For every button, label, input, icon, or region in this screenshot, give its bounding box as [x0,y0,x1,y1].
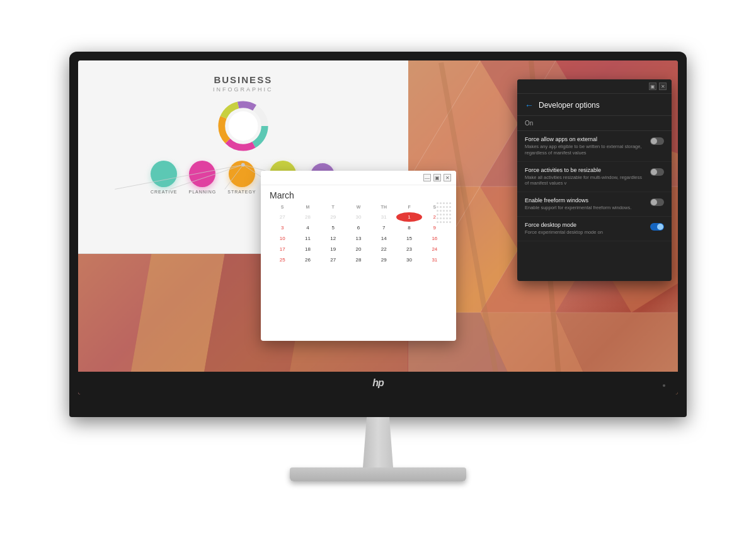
cal-cell[interactable]: 10 [270,234,295,243]
cal-cell[interactable]: 24 [422,244,447,254]
dev-item-force-allow: Force allow apps on external Makes any a… [517,131,672,162]
dev-item-title-2: Force activities to be resizable [525,167,645,173]
monitor-bottom-bar: hp [78,372,678,394]
dev-close-btn[interactable]: ✕ [659,83,667,90]
calendar-titlebar: — ▣ ✕ [261,171,456,185]
cal-cell[interactable]: 30 [396,255,421,265]
dev-panel-titlebar: ▣ ✕ [517,79,672,94]
cal-cell[interactable]: 5 [321,223,346,232]
calendar-header-row: S M T W TH F S [270,203,447,211]
dev-back-icon[interactable]: ← [525,100,534,110]
svg-line-27 [225,165,243,190]
svg-line-25 [115,165,243,190]
dev-item-title-1: Force allow apps on external [525,136,645,142]
calendar-window: — ▣ ✕ March S M T W TH F S [261,171,456,341]
cal-cell[interactable]: 20 [346,244,371,254]
dev-item-desc-2: Make all activities resizable for multi-… [525,175,645,187]
svg-line-26 [169,165,243,190]
dev-panel-title: Developer options [539,101,600,110]
dev-toggle-2[interactable] [650,168,664,176]
dev-toggle-3[interactable] [650,198,664,206]
dev-item-text-2: Force activities to be resizable Make al… [525,167,645,187]
cal-hdr-th: TH [371,203,396,211]
dev-item-force-resizable: Force activities to be resizable Make al… [517,162,672,193]
cal-cell[interactable]: 8 [396,223,421,232]
calendar-minimize-btn[interactable]: — [423,174,431,181]
cal-cell[interactable]: 28 [295,212,320,222]
calendar-close-btn[interactable]: ✕ [444,174,451,181]
infographic-title: BUSINESS [78,60,408,85]
cal-cell[interactable]: 12 [321,234,346,243]
cal-week-4: 17 18 19 20 22 23 24 [270,244,447,254]
calendar-maximize-btn[interactable]: ▣ [433,174,441,181]
cal-cell[interactable]: 13 [346,234,371,243]
dev-panel-header: ← Developer options [517,94,672,116]
calendar-grid: S M T W TH F S 27 28 29 30 31 [261,203,456,265]
dev-item-text-4: Force desktop mode Force experimental de… [525,222,645,236]
calendar-side-decoration [437,202,451,223]
cal-cell[interactable]: 31 [371,212,396,222]
dev-item-text-3: Enable freeform windows Enable support f… [525,197,645,211]
cal-cell[interactable]: 26 [295,255,320,265]
cal-cell[interactable]: 7 [371,223,396,232]
dev-item-title-4: Force desktop mode [525,222,645,228]
dev-item-title-3: Enable freeform windows [525,197,645,203]
cal-cell[interactable]: 23 [396,244,421,254]
cal-cell[interactable]: 18 [295,244,320,254]
dev-maximize-btn[interactable]: ▣ [649,83,656,90]
cal-hdr-m: M [295,203,320,211]
cal-cell[interactable]: 19 [321,244,346,254]
cal-cell[interactable]: 9 [422,223,447,232]
dev-item-desc-1: Makes any app eligible to be written to … [525,144,645,156]
monitor-wrapper: BUSINESS INFOGRAPHIC [69,52,687,481]
cal-cell[interactable]: 15 [396,234,421,243]
cal-cell[interactable]: 14 [371,234,396,243]
cal-cell[interactable]: 31 [422,255,447,265]
dev-item-desc-3: Enable support for experimental freeform… [525,205,645,211]
monitor-power-indicator [663,384,665,387]
dev-toggle-4[interactable] [650,223,664,231]
cal-cell[interactable]: 4 [295,223,320,232]
cal-cell[interactable]: 3 [270,223,295,232]
dev-item-force-desktop: Force desktop mode Force experimental de… [517,217,672,241]
cal-cell[interactable]: 22 [371,244,396,254]
cal-cell[interactable]: 28 [346,255,371,265]
cal-cell[interactable]: 29 [321,212,346,222]
monitor-screen: BUSINESS INFOGRAPHIC [78,60,678,394]
svg-point-23 [228,112,258,141]
cal-hdr-w: W [346,203,371,211]
cal-week-1: 27 28 29 30 31 1 2 [270,212,447,222]
developer-options-panel: ▣ ✕ ← Developer options On Force allow a… [517,79,672,281]
monitor-stand-neck [359,417,397,467]
cal-week-2: 3 4 5 6 7 8 9 [270,223,447,232]
monitor-frame: BUSINESS INFOGRAPHIC [69,52,687,417]
cal-week-3: 10 11 12 13 14 15 16 [270,234,447,243]
dev-status-on: On [517,116,672,131]
cal-cell[interactable]: 29 [371,255,396,265]
calendar-month-header: March [261,185,456,203]
cal-cell[interactable]: 30 [346,212,371,222]
hp-logo: hp [372,377,384,389]
dev-item-enable-freeform: Enable freeform windows Enable support f… [517,192,672,217]
cal-hdr-f: F [396,203,421,211]
donut-chart [78,98,408,154]
dev-item-desc-4: Force experimental desktop mode on [525,229,645,236]
infographic-subtitle: INFOGRAPHIC [78,86,408,93]
cal-cell[interactable]: 11 [295,234,320,243]
dev-item-text-1: Force allow apps on external Makes any a… [525,136,645,156]
cal-week-5: 25 26 27 28 29 30 31 [270,255,447,265]
cal-cell-today[interactable]: 1 [396,212,421,222]
cal-cell[interactable]: 27 [270,212,295,222]
dev-toggle-1[interactable] [650,137,664,145]
cal-cell[interactable]: 6 [346,223,371,232]
cal-cell[interactable]: 17 [270,244,295,254]
cal-hdr-s1: S [270,203,295,211]
cal-cell[interactable]: 27 [321,255,346,265]
cal-cell[interactable]: 25 [270,255,295,265]
cal-hdr-t: T [321,203,346,211]
monitor-stand-base [290,467,466,481]
cal-cell[interactable]: 16 [422,234,447,243]
